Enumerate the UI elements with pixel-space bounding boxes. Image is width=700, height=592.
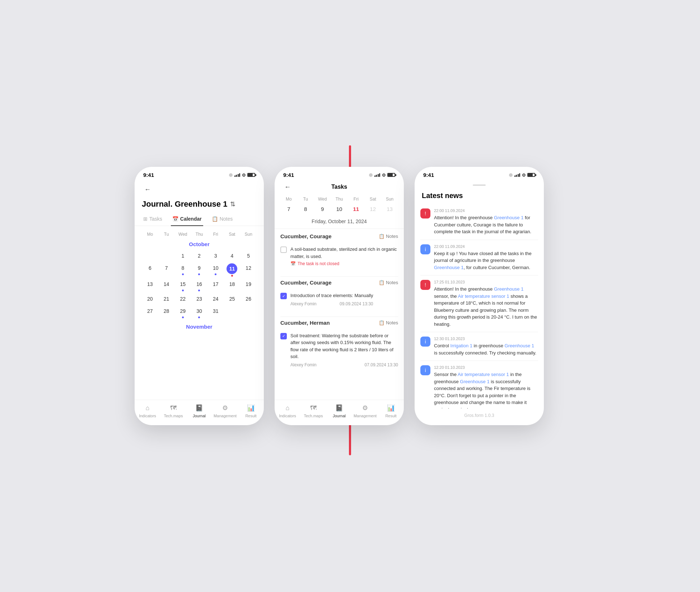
task-group-header-3: Cucumber, Herman 📋 Notes — [280, 320, 398, 326]
selector-button[interactable]: ⇅ — [230, 200, 235, 208]
cal-day-cell[interactable]: 30 — [191, 305, 207, 319]
cal-day-cell[interactable]: 28 — [158, 305, 175, 319]
nav-techmaps-1[interactable]: 🗺 Tech.maps — [160, 404, 186, 418]
divider-1 — [280, 276, 398, 277]
tab-notes[interactable]: 📋 Notes — [210, 213, 234, 226]
nav-journal-1[interactable]: 📓 Journal — [186, 404, 212, 418]
cal-day-cell[interactable]: 10 — [207, 262, 224, 278]
cal-day-cell[interactable]: 23 — [191, 293, 207, 305]
cal-day-cell[interactable]: 17 — [207, 278, 224, 292]
cal-day-cell[interactable]: 19 — [240, 278, 257, 292]
cal-day-cell[interactable]: 8 — [174, 262, 191, 278]
cal-day-cell[interactable]: 6 — [142, 262, 158, 278]
cal-day-cell[interactable]: 20 — [142, 293, 158, 305]
nav-indicators-2[interactable]: ⌂ Indicators — [275, 404, 300, 418]
signal-icon-3 — [514, 173, 521, 177]
task-checkbox-1[interactable] — [280, 246, 287, 253]
phone-tasks: 9:41 ⊙ ← Tasks — [275, 167, 404, 425]
cal-day-cell[interactable]: 1 — [174, 250, 191, 262]
status-icons-2: ⊙ — [369, 173, 396, 178]
wifi-icon-1: ⊙ — [242, 173, 246, 178]
cal-day-cell[interactable]: 14 — [158, 278, 175, 292]
task-checkbox-3[interactable]: ✓ — [280, 333, 287, 339]
cal-day-cell[interactable]: 2 — [191, 250, 207, 262]
scene: 9:41 ⊙ ← — [135, 167, 565, 425]
cal-day-cell[interactable]: 13 — [142, 278, 158, 292]
news-link-gh1-1[interactable]: Greenhouse 1 — [494, 215, 523, 220]
wifi-icon-2: ⊙ — [382, 173, 386, 178]
camera-dot-2 — [369, 173, 373, 177]
news-link-irr-1[interactable]: Irrigation 1 — [451, 343, 472, 348]
phone-news: 9:41 ⊙ Latest news — [415, 167, 544, 425]
cal-day-cell[interactable]: 25 — [224, 293, 241, 305]
news-link-gh1-4[interactable]: Greenhouse 1 — [505, 343, 534, 348]
nav-result-2[interactable]: 📊 Result — [378, 404, 404, 418]
cal-day-cell[interactable]: 15 — [174, 278, 191, 292]
notes-badge-1[interactable]: 📋 Notes — [379, 234, 398, 239]
cal-day-cell[interactable]: 24 — [207, 293, 224, 305]
news-link-gh1-2[interactable]: Greenhouse 1 — [434, 265, 463, 270]
news-icon-5: i — [420, 365, 430, 375]
cal-day-cell[interactable]: 27 — [142, 305, 158, 319]
notes-badge-3[interactable]: 📋 Notes — [379, 320, 398, 325]
cal-empty-cell — [224, 305, 241, 319]
bottom-nav-2: ⌂ Indicators 🗺 Tech.maps 📓 Journal ⚙ Man… — [275, 400, 404, 425]
status-icons-3: ⊙ — [509, 173, 536, 178]
task-meta-3: Alexey Fomin 07.09.2024 13:30 — [290, 362, 398, 367]
tasks-list[interactable]: Cucumber, Courage 📋 Notes A soil-based s… — [275, 229, 404, 400]
cal-day-cell[interactable]: 12 — [240, 262, 257, 278]
news-link-gh1-5[interactable]: Greenhouse 1 — [460, 379, 489, 384]
cal-day-cell[interactable]: 11 — [224, 262, 241, 278]
cal-day-cell[interactable]: 16 — [191, 278, 207, 292]
task-checkbox-2[interactable]: ✓ — [280, 293, 287, 299]
cal-day-cell[interactable]: 29 — [174, 305, 191, 319]
cal-day-cell[interactable]: 26 — [240, 293, 257, 305]
week-date-label: Friday, October 11, 2024 — [280, 216, 398, 225]
back-button-2[interactable]: ← — [282, 181, 293, 193]
news-link-gh1-3[interactable]: Greenhouse 1 — [494, 286, 523, 292]
battery-icon-3 — [527, 173, 535, 177]
news-item-4: i 12:30 01.10.2023 Control Irrigation 1 … — [420, 332, 538, 361]
handle-bar — [473, 184, 486, 186]
news-body-1: 22:00 11.09.2024 Attention! In the green… — [434, 208, 538, 235]
news-text-5: Sensor the Air temperature sensor 1 in t… — [434, 371, 538, 409]
cal-day-cell[interactable]: 7 — [158, 262, 175, 278]
cal-day-cell[interactable]: 3 — [207, 250, 224, 262]
nav-techmaps-2[interactable]: 🗺 Tech.maps — [300, 404, 326, 418]
back-button-1[interactable]: ← — [142, 184, 153, 195]
task-not-closed-1: 📅 The task is not closed — [290, 261, 398, 266]
nav-indicators-1[interactable]: ⌂ Indicators — [135, 404, 160, 418]
nav-management-2[interactable]: ⚙ Management — [352, 404, 378, 418]
cal-day-cell[interactable]: 5 — [240, 250, 257, 262]
camera-dot-3 — [509, 173, 513, 177]
cal-day-cell[interactable]: 22 — [174, 293, 191, 305]
tab-calendar[interactable]: 📅 Calendar — [171, 213, 203, 226]
news-body-4: 12:30 01.10.2023 Control Irrigation 1 in… — [434, 337, 538, 356]
cal-day-cell[interactable]: 9 — [191, 262, 207, 278]
task-date-3: 07.09.2024 13:30 — [365, 362, 398, 367]
news-link-sensor-2[interactable]: Air temperature sensor 1 — [458, 372, 509, 377]
news-link-sensor-1[interactable]: Air temperature sensor 1 — [458, 293, 509, 299]
cal-day-cell[interactable]: 31 — [207, 305, 224, 319]
wifi-icon-3: ⊙ — [522, 173, 526, 178]
journal-icon-2: 📓 — [335, 404, 344, 412]
cal-day-cell[interactable]: 4 — [224, 250, 241, 262]
notes-badge-2[interactable]: 📋 Notes — [379, 280, 398, 285]
task-group-title-3: Cucumber, Herman — [280, 320, 330, 326]
nav-management-1[interactable]: ⚙ Management — [212, 404, 238, 418]
tab-tasks[interactable]: ⊞ Tasks — [142, 213, 164, 226]
cal-day-cell[interactable]: 18 — [224, 278, 241, 292]
task-group-2: Cucumber, Courage 📋 Notes ✓ Introduction… — [280, 279, 398, 309]
nav-header-1: ← — [135, 181, 264, 198]
news-item-5: i 12:20 01.10.2023 Sensor the Air temper… — [420, 361, 538, 409]
battery-icon-2 — [387, 173, 395, 177]
cal-day-cell[interactable]: 21 — [158, 293, 175, 305]
nav-journal-2[interactable]: 📓 Journal — [326, 404, 352, 418]
news-text-1: Attention! In the greenhouse Greenhouse … — [434, 214, 538, 235]
mgmt-icon-1: ⚙ — [221, 404, 229, 412]
nav-result-1[interactable]: 📊 Result — [238, 404, 264, 418]
signal-icon-2 — [374, 173, 381, 177]
calendar-area[interactable]: MoTuWedThuFriSatSun October 123456789101… — [135, 226, 264, 400]
news-list[interactable]: ! 22:00 11.09.2024 Attention! In the gre… — [415, 204, 544, 409]
october-grid: 1234567891011121314151617181920212223242… — [142, 250, 257, 319]
